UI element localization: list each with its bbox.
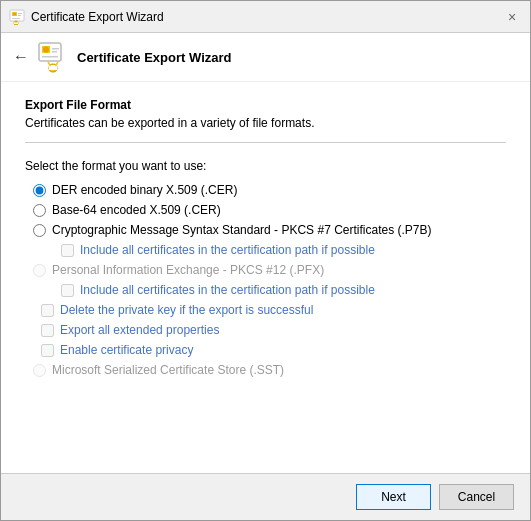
label-base64: Base-64 encoded X.509 (.CER): [52, 203, 221, 217]
label-sst: Microsoft Serialized Certificate Store (…: [52, 363, 284, 377]
format-options: DER encoded binary X.509 (.CER) Base-64 …: [25, 183, 506, 377]
title-bar-left: Certificate Export Wizard: [9, 9, 164, 25]
label-pfx: Personal Information Exchange - PKCS #12…: [52, 263, 324, 277]
wizard-title: Certificate Export Wizard: [77, 50, 231, 65]
svg-rect-13: [52, 48, 59, 50]
checkbox-p7b-label: Include all certificates in the certific…: [80, 243, 375, 257]
close-button[interactable]: ×: [502, 7, 522, 27]
svg-point-2: [13, 12, 16, 15]
divider: [25, 142, 506, 143]
label-pkcs7: Cryptographic Message Syntax Standard - …: [52, 223, 432, 237]
option-pkcs7[interactable]: Cryptographic Message Syntax Standard - …: [33, 223, 506, 237]
checkbox-delete-key-label: Delete the private key if the export is …: [60, 303, 313, 317]
cert-icon: [9, 9, 25, 25]
checkbox-export-ext-label: Export all extended properties: [60, 323, 219, 337]
svg-point-12: [43, 47, 49, 53]
option-der[interactable]: DER encoded binary X.509 (.CER): [33, 183, 506, 197]
option-base64[interactable]: Base-64 encoded X.509 (.CER): [33, 203, 506, 217]
section-desc: Certificates can be exported in a variet…: [25, 116, 506, 130]
radio-pfx[interactable]: [33, 264, 46, 277]
svg-line-19: [56, 62, 59, 66]
wizard-window: Certificate Export Wizard × ← Certificat…: [0, 0, 531, 521]
svg-rect-14: [52, 51, 57, 53]
checkbox-p7b-input[interactable]: [61, 244, 74, 257]
svg-rect-4: [18, 15, 21, 16]
svg-rect-3: [18, 13, 22, 14]
label-der: DER encoded binary X.509 (.CER): [52, 183, 237, 197]
window-title: Certificate Export Wizard: [31, 10, 164, 24]
checkbox-delete-key-input[interactable]: [41, 304, 54, 317]
format-prompt: Select the format you want to use:: [25, 159, 506, 173]
nav-bar: ← Certificate Export Wizard: [1, 33, 530, 82]
svg-rect-15: [42, 56, 58, 58]
section-title: Export File Format: [25, 98, 506, 112]
checkbox-cert-privacy-input[interactable]: [41, 344, 54, 357]
checkbox-delete-key[interactable]: Delete the private key if the export is …: [33, 303, 506, 317]
radio-base64[interactable]: [33, 204, 46, 217]
cancel-button[interactable]: Cancel: [439, 484, 514, 510]
content-area: Export File Format Certificates can be e…: [1, 82, 530, 473]
checkbox-export-ext-input[interactable]: [41, 324, 54, 337]
radio-pkcs7[interactable]: [33, 224, 46, 237]
back-button[interactable]: ←: [13, 48, 29, 66]
next-button[interactable]: Next: [356, 484, 431, 510]
title-bar: Certificate Export Wizard ×: [1, 1, 530, 33]
radio-sst[interactable]: [33, 364, 46, 377]
checkbox-pfx-label: Include all certificates in the certific…: [80, 283, 375, 297]
checkbox-include-pfx[interactable]: Include all certificates in the certific…: [33, 283, 506, 297]
checkbox-cert-privacy[interactable]: Enable certificate privacy: [33, 343, 506, 357]
svg-line-18: [48, 62, 51, 66]
option-pfx[interactable]: Personal Information Exchange - PKCS #12…: [33, 263, 506, 277]
wizard-cert-icon: [37, 41, 69, 73]
svg-rect-5: [12, 18, 20, 19]
checkbox-include-p7b[interactable]: Include all certificates in the certific…: [33, 243, 506, 257]
checkbox-pfx-input[interactable]: [61, 284, 74, 297]
checkbox-export-ext[interactable]: Export all extended properties: [33, 323, 506, 337]
radio-der[interactable]: [33, 184, 46, 197]
option-sst[interactable]: Microsoft Serialized Certificate Store (…: [33, 363, 506, 377]
footer: Next Cancel: [1, 473, 530, 520]
checkbox-cert-privacy-label: Enable certificate privacy: [60, 343, 193, 357]
